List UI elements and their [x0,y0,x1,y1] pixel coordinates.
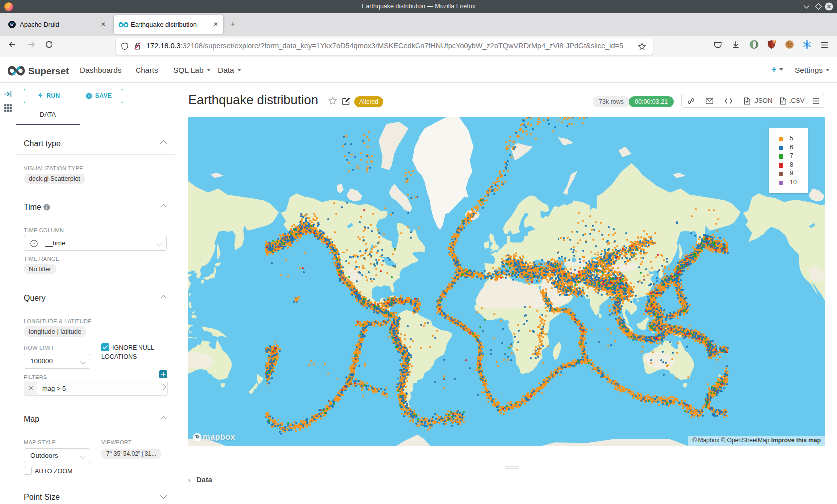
svg-text:2: 2 [774,40,775,43]
svg-text:x: x [781,100,783,104]
